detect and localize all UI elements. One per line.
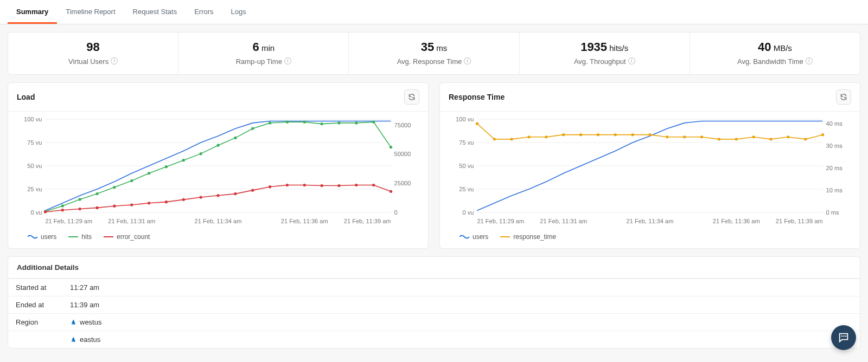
refresh-button[interactable]	[836, 89, 851, 105]
kpi-virtual-users: 98 Virtual Users	[8, 33, 178, 74]
detail-value: eastus	[62, 331, 860, 348]
svg-text:21 Feb, 11:36 am: 21 Feb, 11:36 am	[713, 218, 760, 224]
svg-point-37	[355, 121, 358, 124]
refresh-button[interactable]	[404, 89, 419, 105]
svg-text:21 Feb, 11:39 am: 21 Feb, 11:39 am	[344, 218, 391, 224]
wave-icon	[459, 234, 469, 240]
svg-point-86	[562, 133, 565, 136]
svg-point-83	[510, 138, 513, 140]
svg-point-44	[113, 205, 116, 208]
svg-point-56	[321, 184, 323, 187]
additional-details-card: Additional Details Started at 11:27 am E…	[8, 256, 860, 348]
svg-text:21 Feb, 11:39 am: 21 Feb, 11:39 am	[776, 218, 823, 224]
svg-text:21 Feb, 11:34 am: 21 Feb, 11:34 am	[195, 218, 242, 224]
svg-point-82	[493, 138, 496, 140]
svg-point-25	[148, 172, 150, 174]
info-icon[interactable]	[464, 57, 471, 64]
svg-text:50000: 50000	[394, 151, 411, 158]
svg-point-94	[700, 135, 703, 138]
tab-timeline-report[interactable]: Timeline Report	[57, 0, 124, 24]
kpi-unit: hits/s	[609, 43, 628, 53]
legend-response-time: response_time	[500, 233, 556, 241]
detail-value: 11:27 am	[62, 279, 860, 296]
svg-point-57	[337, 184, 340, 187]
detail-value: 11:39 am	[62, 296, 860, 314]
svg-point-43	[95, 206, 98, 209]
svg-point-59	[372, 184, 375, 186]
kpi-unit: ms	[436, 43, 447, 53]
chat-button[interactable]	[831, 325, 856, 350]
detail-value: westus	[62, 314, 860, 331]
chart-title: Load	[17, 93, 35, 101]
response-chart: 0 vu25 vu50 vu75 vu100 vu0 ms10 ms20 ms3…	[448, 115, 852, 229]
svg-point-21	[79, 198, 81, 201]
kpi-value: 98	[86, 40, 99, 54]
legend-users: users	[28, 233, 56, 241]
svg-text:25 vu: 25 vu	[459, 186, 474, 192]
azure-icon	[70, 336, 76, 342]
svg-point-24	[130, 179, 133, 182]
svg-point-48	[182, 198, 185, 201]
kpi-value: 40	[758, 40, 771, 54]
svg-point-22	[95, 192, 98, 195]
svg-point-50	[216, 194, 219, 197]
load-legend: users hits error_count	[8, 229, 428, 248]
svg-point-52	[251, 189, 254, 192]
kpi-value: 6	[253, 40, 259, 54]
tab-bar: Summary Timeline Report Request Stats Er…	[0, 0, 868, 24]
svg-text:0: 0	[394, 209, 398, 216]
info-icon[interactable]	[284, 57, 291, 64]
svg-point-93	[683, 135, 686, 138]
legend-error-count: error_count	[104, 233, 150, 241]
tab-logs[interactable]: Logs	[222, 0, 255, 24]
svg-point-45	[130, 203, 133, 206]
response-legend: users response_time	[440, 229, 860, 248]
info-icon[interactable]	[111, 57, 118, 64]
svg-point-54	[286, 184, 289, 186]
detail-key	[8, 331, 62, 348]
svg-text:75000: 75000	[394, 122, 411, 128]
detail-key: Region	[8, 314, 62, 331]
legend-label: users	[473, 233, 488, 241]
svg-point-51	[234, 192, 237, 195]
svg-point-96	[735, 138, 738, 140]
line-icon	[68, 234, 78, 240]
tab-request-stats[interactable]: Request Stats	[124, 0, 186, 24]
svg-point-89	[614, 133, 617, 136]
kpi-label: Avg. Throughput	[574, 57, 626, 66]
kpi-value: 35	[421, 40, 434, 54]
svg-point-28	[200, 152, 202, 155]
kpi-avg-throughput: 1935 hits/s Avg. Throughput	[520, 33, 690, 74]
tab-summary[interactable]: Summary	[8, 0, 57, 24]
info-icon[interactable]	[806, 57, 813, 64]
tab-label: Summary	[16, 8, 48, 16]
svg-text:21 Feb, 11:36 am: 21 Feb, 11:36 am	[281, 218, 328, 224]
line-icon	[104, 234, 113, 240]
info-icon[interactable]	[628, 57, 635, 64]
svg-text:21 Feb, 11:31 am: 21 Feb, 11:31 am	[108, 218, 155, 224]
load-chart: 0 vu25 vu50 vu75 vu100 vu025000500007500…	[16, 115, 420, 229]
azure-icon	[70, 319, 76, 325]
svg-point-38	[372, 121, 375, 124]
wave-icon	[28, 234, 37, 240]
tab-label: Errors	[194, 8, 213, 16]
svg-point-53	[269, 185, 271, 188]
svg-point-33	[286, 121, 289, 124]
svg-text:20 ms: 20 ms	[826, 165, 843, 171]
svg-point-99	[787, 135, 789, 138]
tab-errors[interactable]: Errors	[186, 0, 222, 24]
svg-text:30 ms: 30 ms	[826, 143, 843, 149]
svg-point-58	[355, 184, 358, 186]
svg-point-31	[251, 127, 254, 130]
load-chart-card: Load 0 vu25 vu50 vu75 vu100 vu0250005000…	[8, 82, 429, 249]
svg-point-95	[718, 138, 720, 140]
table-row: eastus	[8, 331, 860, 348]
svg-point-32	[269, 121, 271, 124]
region-name: westus	[80, 318, 101, 326]
svg-text:50 vu: 50 vu	[27, 163, 42, 169]
svg-text:0 vu: 0 vu	[462, 209, 474, 216]
chat-icon	[838, 332, 850, 344]
legend-label: users	[41, 233, 56, 241]
svg-text:75 vu: 75 vu	[27, 139, 42, 146]
svg-text:100 vu: 100 vu	[456, 116, 474, 122]
